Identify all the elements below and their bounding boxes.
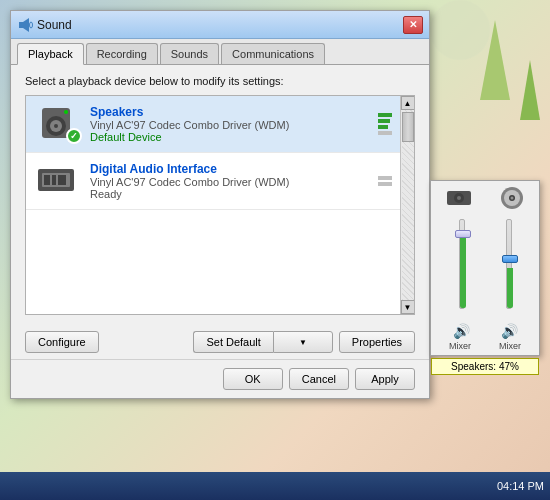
digital-audio-icon <box>34 161 78 199</box>
slider-thumb-right[interactable] <box>502 255 518 263</box>
mixer-label-right: Mixer <box>499 341 521 351</box>
sound-dialog: Sound ✕ Playback Recording Sounds Commun… <box>10 10 430 399</box>
set-default-button[interactable]: Set Default <box>193 331 272 353</box>
slider-track-right[interactable] <box>506 219 512 309</box>
svg-rect-12 <box>58 175 66 185</box>
mixer-speaker-svg <box>443 185 475 211</box>
properties-button[interactable]: Properties <box>339 331 415 353</box>
instruction-text: Select a playback device below to modify… <box>25 75 415 87</box>
level-right <box>507 268 513 308</box>
close-button[interactable]: ✕ <box>403 16 423 34</box>
mixer-sliders <box>431 215 539 319</box>
default-badge: ✓ <box>66 128 82 144</box>
configure-button[interactable]: Configure <box>25 331 99 353</box>
scroll-thumb[interactable] <box>402 112 414 142</box>
set-default-dropdown[interactable]: ▼ <box>273 331 333 353</box>
mixer-tooltip: Speakers: 47% <box>431 358 539 375</box>
svg-rect-11 <box>52 175 56 185</box>
dialog-title: Sound <box>37 18 72 32</box>
deco-tree2 <box>520 60 540 120</box>
mixer-disc-svg <box>496 185 528 211</box>
speakers-info: Speakers Vinyl AC'97 Codec Combo Driver … <box>90 105 370 143</box>
svg-rect-10 <box>44 175 50 185</box>
speakers-name: Speakers <box>90 105 370 119</box>
level-left <box>460 238 466 308</box>
digital-driver: Vinyl AC'97 Codec Combo Driver (WDM) <box>90 176 370 188</box>
svg-point-15 <box>457 196 461 200</box>
mixer-label-left: Mixer <box>449 341 471 351</box>
svg-point-19 <box>510 197 513 200</box>
mixer-labels: Mixer Mixer <box>431 339 539 351</box>
digital-status: Ready <box>90 188 370 200</box>
scroll-up-arrow[interactable]: ▲ <box>401 96 415 110</box>
title-left: Sound <box>17 17 72 33</box>
mixer-disc-icon <box>496 185 528 211</box>
mixer-popup: 🔊 🔊 Mixer Mixer Speakers: 47% <box>430 180 540 356</box>
cancel-button[interactable]: Cancel <box>289 368 349 390</box>
ok-button[interactable]: OK <box>223 368 283 390</box>
speakers-icon-wrap: ✓ <box>34 104 82 144</box>
taskbar-time: 04:14 PM <box>497 480 544 492</box>
taskbar: 04:14 PM <box>0 472 550 500</box>
device-item-speakers[interactable]: ✓ Speakers Vinyl AC'97 Codec Combo Drive… <box>26 96 414 153</box>
device-list: ▲ ▼ ✓ S <box>25 95 415 315</box>
speakers-driver: Vinyl AC'97 Codec Combo Driver (WDM) <box>90 119 370 131</box>
dialog-titlebar: Sound ✕ <box>11 11 429 39</box>
mixer-icons-row: 🔊 🔊 <box>431 319 539 339</box>
tab-recording[interactable]: Recording <box>86 43 158 64</box>
slider-right[interactable] <box>500 219 518 319</box>
tab-sounds[interactable]: Sounds <box>160 43 219 64</box>
scrollbar[interactable]: ▲ ▼ <box>400 96 414 314</box>
mixer-header <box>431 181 539 215</box>
mixer-speaker-icon <box>443 185 475 211</box>
svg-rect-0 <box>19 22 23 28</box>
digital-icon-wrap <box>34 161 82 201</box>
device-controls: Configure Set Default ▼ Properties <box>11 325 429 359</box>
scroll-down-arrow[interactable]: ▼ <box>401 300 415 314</box>
speaker-icon-left[interactable]: 🔊 <box>453 323 470 339</box>
apply-button[interactable]: Apply <box>355 368 415 390</box>
svg-marker-1 <box>23 18 29 32</box>
svg-point-2 <box>30 22 33 28</box>
bottom-buttons: OK Cancel Apply <box>11 359 429 398</box>
default-properties-group: Set Default ▼ Properties <box>193 331 415 353</box>
scroll-track[interactable] <box>402 110 414 300</box>
digital-info: Digital Audio Interface Vinyl AC'97 Code… <box>90 162 370 200</box>
tab-communications[interactable]: Communications <box>221 43 325 64</box>
tab-bar: Playback Recording Sounds Communications <box>11 39 429 65</box>
dialog-body: Select a playback device below to modify… <box>11 65 429 325</box>
level-indicator <box>378 113 394 135</box>
slider-left[interactable] <box>453 219 471 319</box>
tab-playback[interactable]: Playback <box>17 43 84 65</box>
digital-level-indicator <box>378 176 394 186</box>
set-default-group: Set Default ▼ <box>193 331 332 353</box>
slider-thumb-left[interactable] <box>455 230 471 238</box>
digital-name: Digital Audio Interface <box>90 162 370 176</box>
sound-icon <box>17 17 33 33</box>
speakers-status: Default Device <box>90 131 370 143</box>
deco-circle <box>430 0 490 60</box>
device-item-digital[interactable]: Digital Audio Interface Vinyl AC'97 Code… <box>26 153 414 210</box>
slider-track-left[interactable] <box>459 219 465 309</box>
speaker-icon-right[interactable]: 🔊 <box>501 323 518 339</box>
svg-point-7 <box>64 110 68 114</box>
svg-point-6 <box>54 124 58 128</box>
